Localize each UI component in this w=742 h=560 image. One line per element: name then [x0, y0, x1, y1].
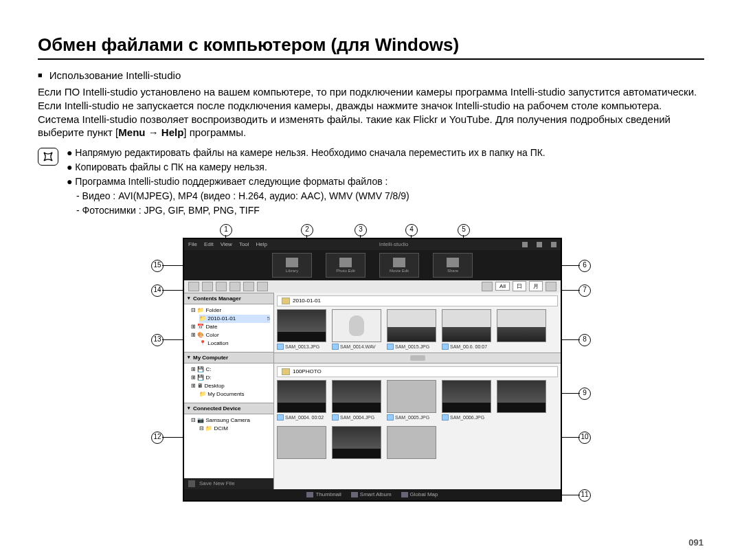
thumbnail-image	[387, 309, 436, 342]
nav-back-button[interactable]	[188, 282, 199, 291]
thumbnail-image	[277, 426, 326, 459]
main-panel: 2010-01-01 SAM_0013.JPGSAM_0014.WAVSAM_0…	[274, 293, 561, 489]
contents-manager-header[interactable]: ▾Contents Manager	[184, 293, 273, 304]
callout-5: 5	[458, 224, 470, 236]
breadcrumb-top[interactable]: 2010-01-01	[277, 295, 558, 306]
view-button[interactable]	[546, 282, 556, 291]
filetype-icon	[277, 344, 284, 350]
thumbnail-image	[442, 380, 491, 413]
tree-folder[interactable]: ⊟ 📁 Folder	[191, 306, 270, 315]
thumbnail-icon	[306, 492, 313, 497]
close-icon[interactable]	[551, 242, 556, 247]
toolbar: All 日 月	[184, 280, 561, 293]
library-button[interactable]: Library	[272, 253, 312, 278]
my-computer-header[interactable]: ▾My Computer	[184, 352, 273, 363]
thumbnail[interactable]: SAM_0013.JPG	[277, 309, 326, 350]
thumbnail[interactable]: SAM_0005.JPG	[387, 380, 436, 421]
filetype-icon	[387, 344, 394, 350]
filter-month-tab[interactable]: 月	[529, 281, 543, 291]
sidebar: ▾Contents Manager ⊟ 📁 Folder 📁 2010-01-0…	[184, 293, 274, 489]
thumbnail-image	[497, 380, 546, 413]
splitter[interactable]	[274, 352, 561, 363]
app-window: FileEditViewToolHelp Intelli-studio Libr…	[183, 238, 562, 502]
save-new-file-button[interactable]: Save New File	[184, 478, 273, 489]
filetype-icon	[332, 344, 339, 350]
filetype-icon	[277, 414, 284, 421]
callout-13: 13	[151, 334, 164, 346]
callout-11: 11	[578, 489, 591, 502]
thumbnail[interactable]	[497, 309, 546, 350]
tree-camera[interactable]: ⊟ 📷 Samsung Camera	[191, 416, 270, 425]
thumbnail[interactable]: SAM_0004. 00:02	[277, 380, 326, 421]
page-title: Обмен файлами с компьютером (для Windows…	[38, 34, 704, 56]
tree-desktop[interactable]: ⊞ 🖥 Desktop	[191, 382, 270, 390]
note-icon	[38, 148, 58, 166]
filter-day-tab[interactable]: 日	[513, 281, 526, 291]
menu-bar[interactable]: FileEditViewToolHelp Intelli-studio	[184, 239, 561, 250]
thumbnail-caption: SAM_0006.JPG	[442, 414, 491, 421]
footer-bar: Thumbnail Smart Album Global Map	[184, 489, 561, 500]
nav-fwd-button[interactable]	[202, 282, 213, 291]
photo-edit-button[interactable]: Photo Edit	[326, 253, 366, 278]
callout-9: 9	[578, 388, 591, 400]
filetype-icon	[442, 344, 449, 350]
grip-icon	[410, 355, 425, 361]
callout-8: 8	[578, 334, 591, 346]
thumbnail-caption: SAM_0004.JPG	[332, 414, 381, 421]
thumbnail-image	[387, 426, 436, 459]
thumb-grid-top: SAM_0013.JPGSAM_0014.WAVSAM_0015.JPGSAM_…	[274, 309, 561, 352]
footer-smart-album-button[interactable]: Smart Album	[351, 491, 392, 497]
minimize-icon[interactable]	[522, 242, 528, 247]
thumbnail[interactable]: SAM_00.6. 00:07	[442, 309, 491, 350]
tool-button[interactable]	[229, 282, 240, 291]
tool-button[interactable]	[257, 282, 268, 291]
tree-color[interactable]: ⊞ 🎨 Color	[191, 331, 270, 339]
share-button[interactable]: Share	[433, 253, 473, 278]
view-button[interactable]	[482, 282, 493, 291]
notes-list: ● Напрямую редактировать файлы на камере…	[67, 146, 546, 218]
callout-15: 15	[151, 260, 164, 272]
thumbnail-image	[332, 309, 381, 342]
tree-folder-selected[interactable]: 📁 2010-01-015	[199, 315, 270, 323]
tree-mydocs[interactable]: 📁 My Documents	[199, 390, 270, 399]
callout-7: 7	[578, 284, 591, 297]
tree-date[interactable]: ⊞ 📅 Date	[191, 323, 270, 331]
tree-location[interactable]: 📍 Location	[199, 339, 270, 348]
globe-icon	[401, 492, 408, 497]
thumbnail-caption: SAM_0005.JPG	[387, 414, 436, 421]
tool-button[interactable]	[243, 282, 254, 291]
thumbnail-caption: SAM_0015.JPG	[387, 344, 436, 350]
footer-global-map-button[interactable]: Global Map	[401, 491, 438, 497]
callout-1: 1	[220, 224, 232, 236]
filetype-icon	[442, 414, 449, 421]
sub-heading: ■ Использование Intelli-studio	[38, 69, 704, 81]
filter-all-tab[interactable]: All	[495, 282, 510, 291]
thumbnail-caption: SAM_0013.JPG	[277, 344, 326, 350]
tree-drive[interactable]: ⊞ 💾 D:	[191, 374, 270, 382]
thumbnail-image	[497, 309, 546, 342]
chevron-down-icon: ▾	[188, 295, 190, 301]
connected-device-header[interactable]: ▾Connected Device	[184, 403, 273, 414]
rule	[38, 58, 704, 60]
thumbnail[interactable]: SAM_0004.JPG	[332, 380, 381, 421]
callout-6: 6	[578, 260, 591, 272]
brand-label: Intelli-studio	[379, 241, 409, 247]
thumbnail[interactable]	[497, 380, 546, 421]
thumbnail[interactable]	[387, 426, 436, 459]
callout-14: 14	[151, 284, 164, 297]
disk-icon	[188, 480, 195, 487]
thumbnail[interactable]: SAM_0014.WAV	[332, 309, 381, 350]
maximize-icon[interactable]	[537, 242, 542, 247]
thumbnail[interactable]: SAM_0015.JPG	[387, 309, 436, 350]
breadcrumb-bottom[interactable]: 100PHOTO	[277, 366, 558, 377]
thumbnail[interactable]: SAM_0006.JPG	[442, 380, 491, 421]
thumbnail[interactable]	[332, 426, 381, 459]
tool-button[interactable]	[216, 282, 227, 291]
tree-dcim[interactable]: ⊟ 📁 DCIM	[199, 425, 270, 433]
tree-drive[interactable]: ⊞ 💾 C:	[191, 366, 270, 374]
thumbnail[interactable]	[277, 426, 326, 459]
footer-thumbnail-button[interactable]: Thumbnail	[306, 491, 341, 497]
thumbnail-image	[442, 309, 491, 342]
movie-edit-button[interactable]: Movie Edit	[379, 253, 419, 278]
thumbnail-image	[277, 309, 326, 342]
